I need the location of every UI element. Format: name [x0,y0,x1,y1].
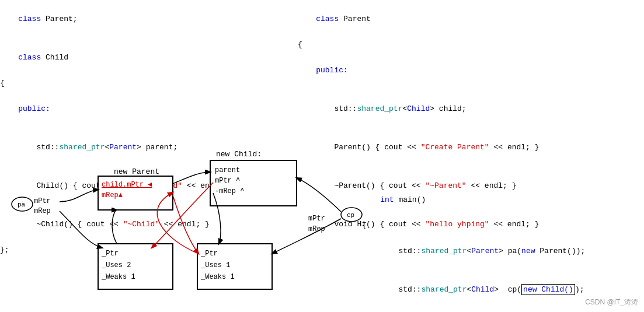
arrow-childmptr-to-newparent [173,172,210,184]
main-line-4: std::shared_ptr<Child> cp(new Child()); [362,271,585,309]
arrow-childmrep-to-ctrl2 [173,195,199,254]
main-line-2: { [362,219,585,232]
arrow-pa-to-ctrl1 [60,211,102,248]
watermark: CSDN @IT_涛涛 [585,297,638,307]
right-line-3: public: [298,51,642,90]
ctrl1-uses-label: _Uses 2 [101,261,131,269]
diagram-svg: new Parent new Child: child.mPtr ◄ mRep▲… [0,87,350,309]
main-line-1: int main() [362,181,585,219]
code-line-2: class Child [0,38,225,77]
cp-oval-label: cp [347,212,354,219]
pa-mptr: mPtr [34,197,51,205]
child-mptr-label: child.mPtr ◄ [102,181,152,189]
cp-mptr-label: mPtr [308,215,325,223]
parent-box-label: parent [215,166,240,174]
parent-mrep-label: -mRep ^ [215,187,244,195]
arrow-cp-to-newparent [297,178,341,212]
new-child-label: new Child: [216,150,262,159]
new-parent-label: new Parent [114,167,159,176]
main-line-3: std::shared_ptr<Parent> pa(new Parent())… [362,232,585,271]
main-line-5: pa->child = cp; [362,309,585,312]
bottom-right-code: int main() { std::shared_ptr<Parent> pa(… [362,181,585,312]
parent-mptr-label: mPtr ^ [215,177,240,185]
arrow-ctrl1-ptr [112,210,117,244]
ctrl2-ptr-label: _Ptr [200,250,218,258]
code-line-1: class Parent; [0,0,225,38]
arrow-pa-to-child-box [60,190,98,202]
diagram-area: new Parent new Child: child.mPtr ◄ mRep▲… [0,87,350,309]
right-line-1: class Parent [298,0,642,38]
child-mrep-label: mRep▲ [102,191,123,199]
pa-mrep: mRep [34,207,51,215]
right-line-2: { [298,38,642,51]
pa-oval-label: pa [18,201,26,208]
ctrl1-ptr-label: _Ptr [101,250,119,258]
arrow-cp-to-ctrl2 [272,219,341,254]
ctrl2-weaks-label: _Weaks 1 [200,273,235,281]
ctrl1-weaks-label: _Weaks 1 [101,273,135,281]
ctrl2-uses-label: _Uses 1 [200,261,230,269]
